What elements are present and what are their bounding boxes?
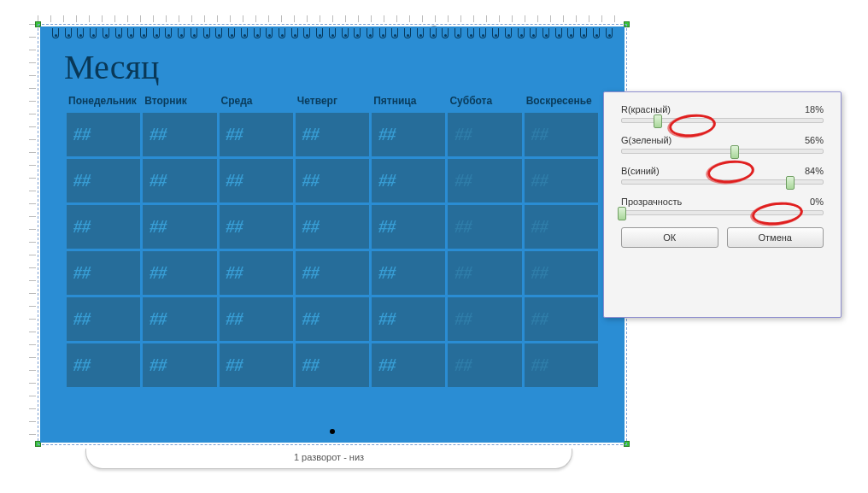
calendar-cell[interactable]: ## <box>296 297 369 341</box>
calendar-cell[interactable]: ## <box>525 113 598 156</box>
slider-thumb-icon[interactable] <box>618 207 626 220</box>
slider-track[interactable] <box>621 118 824 123</box>
calendar-cell[interactable]: ## <box>448 343 521 387</box>
calendar-cell[interactable]: ## <box>296 251 369 295</box>
ruler-vertical <box>29 24 36 445</box>
calendar-cell[interactable]: ## <box>448 159 521 202</box>
calendar-cell[interactable]: ## <box>220 251 293 295</box>
slider-green: G(зеленый)56% <box>621 135 824 154</box>
calendar-cell[interactable]: ## <box>372 159 445 202</box>
weekday-header: Четверг <box>296 93 369 110</box>
calendar-cell[interactable]: ## <box>67 343 140 387</box>
slider-label: R(красный) <box>621 104 671 114</box>
spiral-binding <box>40 26 625 40</box>
weekday-header: Суббота <box>448 93 521 110</box>
calendar-cell[interactable]: ## <box>372 343 445 387</box>
calendar-cell[interactable]: ## <box>67 297 140 341</box>
calendar-cell[interactable]: ## <box>67 159 140 202</box>
slider-blue: B(синий)84% <box>621 166 824 185</box>
slider-thumb-icon[interactable] <box>730 145 739 159</box>
slider-label: G(зеленый) <box>621 135 672 145</box>
slider-label: B(синий) <box>621 166 660 176</box>
calendar-cell[interactable]: ## <box>143 205 216 249</box>
ok-button[interactable]: ОК <box>621 227 718 248</box>
calendar-cell[interactable]: ## <box>525 297 598 341</box>
slider-value: 0% <box>810 197 824 207</box>
slider-thumb-icon[interactable] <box>786 176 795 190</box>
page-indicator-icon <box>330 429 335 434</box>
calendar-cell[interactable]: ## <box>143 297 216 341</box>
calendar-cell[interactable]: ## <box>67 251 140 295</box>
spread-tab[interactable]: 1 разворот - низ <box>85 449 572 469</box>
calendar-cell[interactable]: ## <box>448 297 521 341</box>
calendar-cell[interactable]: ## <box>372 113 445 156</box>
calendar-page[interactable]: Месяц ПонедельникВторникСредаЧетвергПятн… <box>40 26 625 443</box>
calendar-cell[interactable]: ## <box>296 343 369 387</box>
calendar-cell[interactable]: ## <box>448 113 521 156</box>
calendar-cell[interactable]: ## <box>220 159 293 202</box>
slider-red: R(красный)18% <box>621 104 824 123</box>
slider-value: 84% <box>805 166 824 176</box>
slider-value: 18% <box>805 104 824 114</box>
slider-thumb-icon[interactable] <box>654 114 662 128</box>
calendar-cell[interactable]: ## <box>525 159 598 202</box>
calendar-cell[interactable]: ## <box>67 205 140 249</box>
calendar-cell[interactable]: ## <box>143 159 216 202</box>
weekday-header: Вторник <box>143 93 216 110</box>
slider-track[interactable] <box>621 149 824 154</box>
slider-alpha: Прозрачность0% <box>621 197 824 215</box>
calendar-cell[interactable]: ## <box>372 297 445 341</box>
calendar-title: Месяц <box>64 47 601 87</box>
slider-track[interactable] <box>621 210 824 215</box>
calendar-cell[interactable]: ## <box>372 251 445 295</box>
weekday-header: Воскресенье <box>525 93 598 110</box>
calendar-cell[interactable]: ## <box>448 251 521 295</box>
calendar-cell[interactable]: ## <box>67 113 140 156</box>
slider-label: Прозрачность <box>621 197 682 207</box>
cancel-button[interactable]: Отмена <box>727 227 824 248</box>
calendar-cell[interactable]: ## <box>525 205 598 249</box>
calendar-cell[interactable]: ## <box>220 113 293 156</box>
calendar-cell[interactable]: ## <box>143 343 216 387</box>
calendar-cell[interactable]: ## <box>372 205 445 249</box>
weekday-header: Понедельник <box>67 93 140 110</box>
calendar-cell[interactable]: ## <box>296 113 369 156</box>
calendar-cell[interactable]: ## <box>220 205 293 249</box>
weekday-header: Пятница <box>372 93 445 110</box>
calendar-cell[interactable]: ## <box>143 113 216 156</box>
calendar-cell[interactable]: ## <box>296 205 369 249</box>
calendar-cell[interactable]: ## <box>448 205 521 249</box>
color-dialog: R(красный)18%G(зеленый)56%B(синий)84%Про… <box>603 91 842 318</box>
calendar-grid: ПонедельникВторникСредаЧетвергПятницаСуб… <box>64 91 601 390</box>
calendar-cell[interactable]: ## <box>220 343 293 387</box>
calendar-cell[interactable]: ## <box>296 159 369 202</box>
calendar-cell[interactable]: ## <box>525 251 598 295</box>
calendar-cell[interactable]: ## <box>143 251 216 295</box>
slider-value: 56% <box>805 135 824 145</box>
ruler-horizontal <box>38 15 627 22</box>
weekday-header: Среда <box>220 93 293 110</box>
slider-track[interactable] <box>621 179 824 185</box>
calendar-cell[interactable]: ## <box>525 343 598 387</box>
calendar-cell[interactable]: ## <box>220 297 293 341</box>
